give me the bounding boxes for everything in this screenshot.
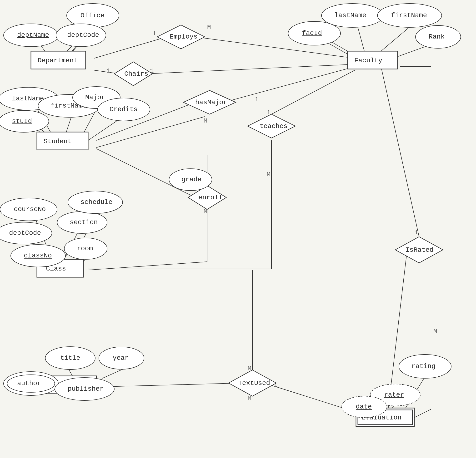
svg-line-41: [107, 383, 240, 387]
multiplicity-employs-m: M: [207, 24, 211, 31]
attr-grade-label: grade: [181, 176, 201, 183]
relation-israted-label: IsRated: [406, 246, 434, 254]
attr-courseno-label: courseNo: [14, 206, 46, 213]
multiplicity-hasmajor-1: 1: [255, 96, 259, 103]
attr-major-label: Major: [85, 94, 105, 101]
er-diagram: 1 M 1 1 1 M 1 M M M M 1 M 1 M Employs Ch…: [0, 0, 476, 458]
relation-enroll-label: enroll: [198, 194, 222, 201]
svg-line-40: [102, 369, 124, 378]
multiplicity-israted-1: 1: [414, 229, 418, 236]
entity-department-label: Department: [38, 57, 78, 64]
attr-section-label: section: [70, 219, 98, 226]
attr-firstname-fac-label: firstName: [391, 12, 427, 19]
relation-teaches-label: teaches: [260, 123, 288, 130]
attr-rating-label: rating: [411, 363, 435, 370]
attr-year-label: year: [113, 354, 128, 362]
entity-student-label: Student: [43, 138, 72, 145]
svg-line-12: [148, 64, 355, 74]
attr-deptcode-label: deptCode: [67, 31, 99, 39]
attr-schedule-label: schedule: [80, 199, 112, 206]
relation-hasmajor-label: hasMajor: [195, 99, 227, 106]
attr-deptcode2-label: deptCode: [9, 229, 41, 237]
attr-author-label: author: [17, 380, 41, 387]
attr-title-label: title: [60, 354, 80, 362]
multiplicity-employs-1: 1: [153, 30, 156, 37]
attr-rater-label: rater: [384, 391, 404, 399]
entity-faculty-label: Faculty: [354, 57, 382, 64]
attr-lastname-fac-label: lastName: [334, 12, 366, 19]
attr-stuid-label: stuId: [12, 117, 32, 125]
svg-line-9: [94, 37, 167, 58]
attr-credits-label: Credits: [110, 106, 138, 113]
relation-employs-label: Employs: [170, 33, 198, 41]
svg-line-5: [381, 25, 412, 51]
svg-line-20: [224, 67, 355, 102]
attr-date-label: date: [356, 403, 372, 410]
attr-classno-label: classNo: [24, 252, 52, 259]
attr-office-label: Office: [80, 12, 104, 19]
attr-room-label: room: [77, 245, 93, 252]
svg-line-4: [357, 25, 364, 51]
attr-rank-label: Rank: [429, 33, 445, 41]
attr-deptname-label: deptName: [17, 31, 49, 39]
multiplicity-hasmajor-m: M: [204, 117, 207, 125]
relation-textused-label: TextUsed: [238, 380, 270, 387]
attr-lastname-stu-label: lastName: [12, 95, 44, 102]
svg-line-21: [96, 117, 205, 148]
attr-publisher-label: publisher: [68, 385, 104, 392]
multiplicity-chairs-1a: 1: [107, 67, 110, 75]
svg-line-48: [414, 409, 431, 417]
svg-line-22: [272, 70, 355, 114]
multiplicity-israted-m: M: [433, 328, 437, 335]
multiplicity-teaches-m: M: [267, 171, 271, 178]
svg-line-46: [381, 67, 419, 237]
attr-facid-label: facId: [302, 30, 322, 37]
relation-chairs-label: Chairs: [124, 70, 148, 78]
